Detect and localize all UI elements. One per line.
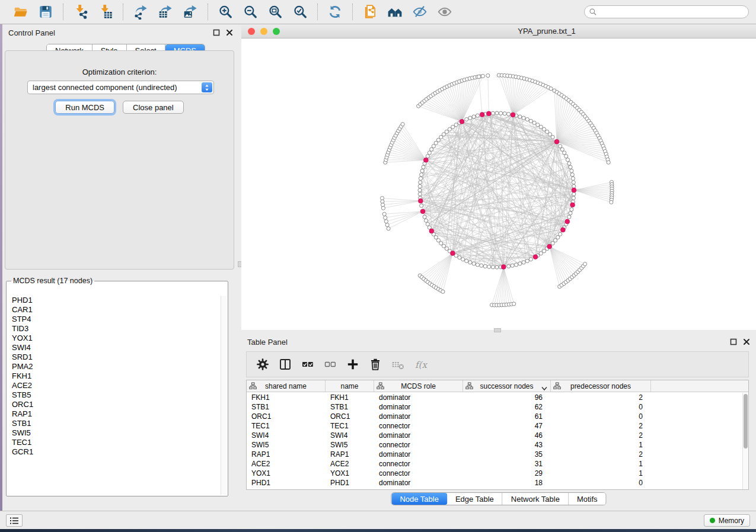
- mcds-result-item[interactable]: ACE2: [7, 381, 220, 390]
- network-graph[interactable]: [241, 39, 756, 330]
- mcds-result-item[interactable]: TEC1: [7, 438, 220, 447]
- table-cell[interactable]: dominator: [374, 402, 463, 412]
- mcds-result-item[interactable]: RAP1: [7, 409, 220, 419]
- close-panel-button[interactable]: Close panel: [123, 101, 184, 114]
- run-mcds-button[interactable]: Run MCDS: [55, 101, 114, 114]
- mcds-result-item[interactable]: ORC1: [7, 400, 220, 409]
- refresh-button[interactable]: [326, 2, 344, 21]
- mcds-result-item[interactable]: SWI5: [7, 428, 220, 438]
- mcds-result-item[interactable]: SRD1: [7, 352, 220, 362]
- zoom-selected-button[interactable]: [291, 2, 310, 21]
- memory-button[interactable]: Memory: [704, 514, 750, 527]
- table-cell[interactable]: 43: [463, 440, 551, 450]
- criterion-select[interactable]: largest connected component (undirected): [27, 81, 214, 94]
- table-cell[interactable]: ORC1: [326, 412, 374, 421]
- mcds-result-item[interactable]: STP4: [7, 315, 220, 324]
- zoom-fit-button[interactable]: [266, 2, 285, 21]
- column-header-name[interactable]: name: [326, 380, 374, 392]
- deselect-all-button[interactable]: [321, 355, 339, 373]
- mcds-result-item[interactable]: YOX1: [7, 334, 220, 343]
- search-input[interactable]: [597, 7, 748, 17]
- export-table-button[interactable]: [156, 2, 175, 21]
- table-cell[interactable]: YOX1: [326, 469, 374, 478]
- mcds-result-item[interactable]: SWI4: [7, 343, 220, 352]
- mcds-result-item[interactable]: TID3: [7, 324, 220, 334]
- table-cell[interactable]: ACE2: [326, 459, 374, 469]
- select-all-button[interactable]: [299, 355, 317, 373]
- import-network-button[interactable]: [71, 2, 90, 21]
- table-cell[interactable]: dominator: [374, 450, 463, 459]
- table-cell[interactable]: 18: [463, 478, 551, 488]
- table-cell[interactable]: 2: [551, 431, 651, 440]
- table-cell[interactable]: STB1: [326, 402, 374, 412]
- table-cell[interactable]: SWI5: [326, 440, 374, 450]
- mcds-result-item[interactable]: PHD1: [7, 296, 220, 305]
- table-cell[interactable]: SWI5: [247, 440, 326, 450]
- result-scrollbar[interactable]: [221, 296, 227, 495]
- table-cell[interactable]: 2: [551, 421, 651, 431]
- mcds-result-item[interactable]: STB5: [7, 390, 220, 400]
- table-cell[interactable]: FKH1: [247, 393, 326, 402]
- mcds-result-item[interactable]: CAR1: [7, 305, 220, 315]
- table-cell[interactable]: 0: [551, 402, 651, 412]
- delete-column-button[interactable]: [366, 355, 384, 373]
- tab-node-table[interactable]: Node Table: [391, 493, 447, 505]
- table-cell[interactable]: 0: [551, 412, 651, 421]
- table-cell[interactable]: connector: [374, 469, 463, 478]
- table-cell[interactable]: 35: [463, 450, 551, 459]
- mcds-result-item[interactable]: PMA2: [7, 362, 220, 371]
- table-cell[interactable]: 1: [551, 459, 651, 469]
- table-cell[interactable]: dominator: [374, 431, 463, 440]
- zoom-in-button[interactable]: [216, 2, 235, 21]
- column-browser-button[interactable]: [276, 355, 294, 373]
- table-cell[interactable]: FKH1: [326, 393, 374, 402]
- column-header-successor-nodes[interactable]: successor nodes: [463, 380, 551, 392]
- table-cell[interactable]: 1: [551, 469, 651, 478]
- table-cell[interactable]: ORC1: [247, 412, 326, 421]
- save-button[interactable]: [36, 2, 55, 21]
- table-scrollbar[interactable]: [742, 393, 748, 489]
- table-cell[interactable]: TEC1: [326, 421, 374, 431]
- table-cell[interactable]: connector: [374, 421, 463, 431]
- mcds-result-item[interactable]: GCR1: [7, 447, 220, 457]
- table-cell[interactable]: PHD1: [326, 478, 374, 488]
- import-table-button[interactable]: [96, 2, 115, 21]
- table-cell[interactable]: 62: [463, 402, 551, 412]
- task-history-button[interactable]: [6, 514, 23, 527]
- table-cell[interactable]: connector: [374, 459, 463, 469]
- network-canvas[interactable]: [241, 39, 756, 330]
- table-cell[interactable]: 2: [551, 450, 651, 459]
- column-header-shared-name[interactable]: shared name: [247, 380, 326, 392]
- table-cell[interactable]: SWI4: [326, 431, 374, 440]
- table-cell[interactable]: 61: [463, 412, 551, 421]
- table-cell[interactable]: STB1: [247, 402, 326, 412]
- table-cell[interactable]: 47: [463, 421, 551, 431]
- add-column-button[interactable]: [344, 355, 362, 373]
- mcds-result-item[interactable]: STB1: [7, 419, 220, 428]
- table-cell[interactable]: PHD1: [247, 478, 326, 488]
- table-cell[interactable]: RAP1: [326, 450, 374, 459]
- close-window-icon[interactable]: [248, 28, 255, 35]
- table-cell[interactable]: connector: [374, 440, 463, 450]
- table-cell[interactable]: RAP1: [247, 450, 326, 459]
- table-cell[interactable]: dominator: [374, 412, 463, 421]
- close-panel-icon[interactable]: [226, 29, 233, 36]
- table-cell[interactable]: 96: [463, 393, 551, 402]
- zoom-out-button[interactable]: [241, 2, 260, 21]
- close-panel-icon[interactable]: [743, 338, 750, 345]
- network-overview-button[interactable]: [385, 2, 404, 21]
- table-cell[interactable]: 2: [551, 393, 651, 402]
- settings-gear-button[interactable]: [254, 355, 272, 373]
- table-cell[interactable]: ACE2: [247, 459, 326, 469]
- table-cell[interactable]: 31: [463, 459, 551, 469]
- scrollbar-thumb[interactable]: [744, 394, 748, 448]
- table-cell[interactable]: dominator: [374, 393, 463, 402]
- table-cell[interactable]: 29: [463, 469, 551, 478]
- tab-network-table[interactable]: Network Table: [503, 493, 569, 505]
- float-panel-icon[interactable]: [213, 29, 220, 36]
- table-cell[interactable]: 0: [551, 478, 651, 488]
- table-cell[interactable]: 1: [551, 440, 651, 450]
- float-panel-icon[interactable]: [730, 338, 737, 345]
- tab-motifs[interactable]: Motifs: [569, 493, 606, 505]
- table-cell[interactable]: SWI4: [247, 431, 326, 440]
